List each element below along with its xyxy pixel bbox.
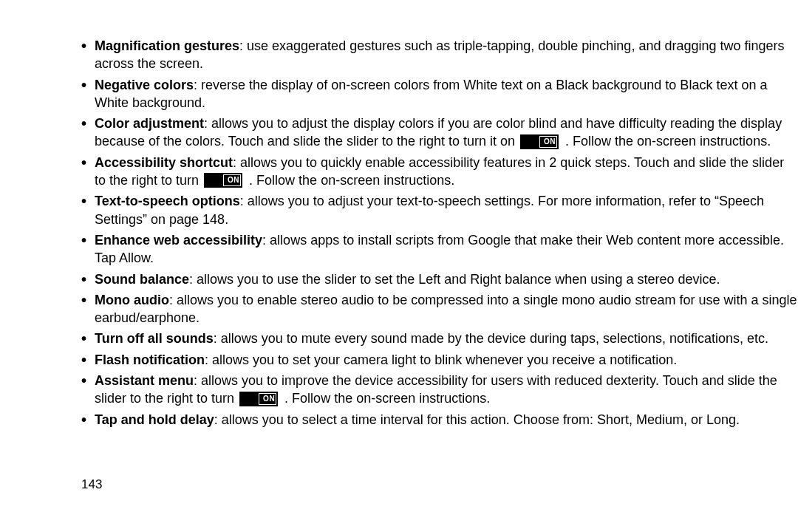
list-item: Mono audio: allows you to enable stereo … <box>81 291 798 327</box>
item-title: Accessibility shortcut <box>95 155 233 170</box>
list-item: Assistant menu: allows you to improve th… <box>81 372 798 408</box>
list-item: Tap and hold delay: allows you to select… <box>81 411 798 429</box>
item-title: Tap and hold delay <box>95 412 214 427</box>
on-toggle-icon <box>520 134 559 149</box>
item-body-continued: . Follow the on-screen instructions. <box>281 391 490 406</box>
item-title: Negative colors <box>95 78 194 92</box>
item-body: : allows you to set your camera light to… <box>205 352 677 367</box>
list-item: Magnification gestures: use exaggerated … <box>81 37 798 73</box>
item-title: Sound balance <box>95 272 189 287</box>
item-body: : allows you to mute every sound made by… <box>214 331 768 346</box>
item-body: : allows you to use the slider to set th… <box>189 272 720 287</box>
accessibility-options-list: Magnification gestures: use exaggerated … <box>81 37 798 466</box>
list-item: Accessibility shortcut: allows you to qu… <box>81 154 798 190</box>
item-body-continued: . Follow the on-screen instructions. <box>562 134 771 149</box>
item-title: Assistant menu <box>95 373 194 388</box>
list-item: Color adjustment: allows you to adjust t… <box>81 115 798 151</box>
item-title: Mono audio <box>95 293 169 307</box>
list-item: Flash notification: allows you to set yo… <box>81 351 798 369</box>
page-number: 143 <box>81 477 102 494</box>
document-page: Magnification gestures: use exaggerated … <box>0 0 798 532</box>
list-item: Sound balance: allows you to use the sli… <box>81 270 798 288</box>
item-body: : allows you to adjust your text-to-spee… <box>240 194 715 208</box>
list-item: Negative colors: reverse the display of … <box>81 76 798 112</box>
item-body-continued: . Follow the on-screen instructions. <box>245 173 454 188</box>
item-title: Text-to-speech options <box>95 194 240 208</box>
list-item: Turn off all sounds: allows you to mute … <box>81 330 798 347</box>
item-title: Magnification gestures <box>95 38 239 53</box>
on-toggle-icon <box>204 173 242 188</box>
item-body: : allows you to select a time interval f… <box>214 412 740 427</box>
item-title: Color adjustment <box>95 116 204 131</box>
on-toggle-icon <box>239 392 278 406</box>
item-body: : allows you to enable stereo audio to b… <box>95 293 797 325</box>
list-item: Enhance web accessibility: allows apps t… <box>81 231 798 267</box>
item-body: : reverse the display of on-screen color… <box>95 78 767 110</box>
list-item: Text-to-speech options: allows you to ad… <box>81 192 798 228</box>
item-title: Enhance web accessibility <box>95 233 262 248</box>
item-title: Turn off all sounds <box>95 331 214 346</box>
item-title: Flash notification <box>95 352 205 367</box>
content-columns: Magnification gestures: use exaggerated … <box>81 37 798 466</box>
